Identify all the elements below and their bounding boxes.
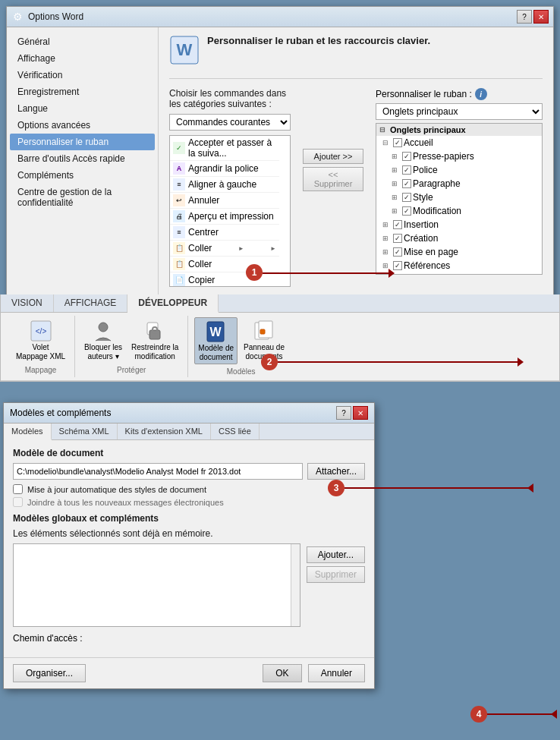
sidebar-item-affichage[interactable]: Affichage	[10, 50, 155, 67]
sidebar-item-complements[interactable]: Compléments	[10, 167, 155, 184]
toolbar-group-modeles: W Modèle dedocument Panneau de	[188, 316, 294, 377]
step-4-arrowhead	[551, 710, 557, 719]
checkbox-insertion[interactable]: ✓	[393, 220, 402, 229]
tree-item-paragraphe[interactable]: ⊞ ✓ Paragraphe	[376, 177, 542, 191]
tab-bar: VISION AFFICHAGE DÉVELOPPEUR	[1, 294, 559, 313]
ribbon-dropdown[interactable]: Onglets principaux	[376, 103, 543, 120]
right-panel: Personnaliser le ruban : i Onglets princ…	[376, 88, 543, 275]
dialog-ok-btn[interactable]: OK	[263, 664, 301, 682]
dialog-tab-modeles[interactable]: Modèles	[4, 424, 52, 440]
sidebar-item-general[interactable]: Général	[10, 33, 155, 50]
title-buttons: ? ✕	[517, 10, 549, 24]
checkbox-style[interactable]: ✓	[402, 193, 411, 202]
organiser-btn[interactable]: Organiser...	[13, 664, 86, 682]
attach-button[interactable]: Attacher...	[307, 463, 365, 480]
tree-item-creation[interactable]: ⊞ ✓ Création	[376, 231, 542, 245]
tree-item-police[interactable]: ⊞ ✓ Police	[376, 163, 542, 177]
dialog-tab-schema[interactable]: Schéma XML	[52, 424, 118, 439]
sidebar-item-barre-outils[interactable]: Barre d'outils Accès rapide	[10, 150, 155, 167]
dialog-tab-kits[interactable]: Kits d'extension XML	[118, 424, 211, 439]
list-item[interactable]: ≡ Aligner à gauche	[170, 177, 279, 193]
dialog-close-btn[interactable]: ✕	[353, 406, 368, 420]
title-bar-left: ⚙ Options Word	[11, 11, 83, 23]
checkbox-accueil[interactable]: ✓	[393, 138, 402, 147]
checkbox-paragraphe[interactable]: ✓	[402, 179, 411, 188]
svg-rect-12	[260, 329, 265, 334]
tree-item-modification[interactable]: ⊞ ✓ Modification	[376, 204, 542, 218]
modele-document-btn[interactable]: W Modèle dedocument	[194, 317, 238, 364]
sidebar-item-verification[interactable]: Vérification	[10, 67, 155, 83]
dialog-cancel-btn[interactable]: Annuler	[308, 664, 365, 682]
proteger-group-label: Protéger	[117, 366, 146, 374]
checkbox-presse-papiers[interactable]: ✓	[402, 152, 411, 161]
join-messages-checkbox[interactable]	[13, 497, 23, 507]
checkbox-modification[interactable]: ✓	[402, 206, 411, 216]
proteger-buttons: Bloquer lesauteurs ▾ Restreindre lamodif…	[81, 317, 181, 363]
sidebar-item-langue[interactable]: Langue	[10, 100, 155, 117]
sidebar-item-personnaliser-ruban[interactable]: Personnaliser le ruban	[10, 134, 155, 150]
tree-item-presse-papiers[interactable]: ⊞ ✓ Presse-papiers	[376, 150, 542, 163]
sidebar-item-enregistrement[interactable]: Enregistrement	[10, 83, 155, 100]
add-button[interactable]: Ajouter >>	[303, 149, 363, 164]
tab-developpeur[interactable]: DÉVELOPPEUR	[127, 294, 219, 313]
list-item[interactable]: ≡ Centrer	[170, 225, 279, 241]
tree-item-insertion[interactable]: ⊞ ✓ Insertion	[376, 218, 542, 231]
tree-item-accueil[interactable]: ⊟ ✓ Accueil	[376, 136, 542, 150]
step-2-badge: 2	[261, 354, 278, 370]
global-section: Modèles globaux et compléments Les éléme…	[13, 513, 365, 627]
bloquer-auteurs-btn[interactable]: Bloquer lesauteurs ▾	[81, 317, 125, 363]
volet-mappage-btn[interactable]: </> VoletMappage XML	[13, 317, 68, 363]
help-button[interactable]: ?	[517, 10, 532, 24]
content-header-text: Personnaliser le ruban et les raccourcis…	[207, 35, 430, 46]
ribbon-panel-label: Personnaliser le ruban : i	[376, 88, 543, 100]
tree-item-references[interactable]: ⊞ ✓ Références	[376, 259, 542, 272]
global-add-btn[interactable]: Ajouter...	[307, 546, 365, 563]
step-1-arrow	[263, 272, 392, 274]
cmd-icon: 📋	[173, 242, 185, 254]
list-item[interactable]: 📋 Coller	[170, 257, 279, 272]
restreindre-icon	[143, 319, 167, 343]
cmd-icon: ↩	[173, 194, 185, 206]
dialog-body: Modèle de document Attacher... Mise à jo…	[4, 440, 374, 651]
volet-mappage-icon: </>	[29, 319, 53, 343]
auto-update-checkbox[interactable]	[13, 484, 23, 494]
dialog-tab-css[interactable]: CSS liée	[211, 424, 260, 439]
list-item[interactable]: 📄 Copier	[170, 272, 279, 286]
sidebar-item-options-avancees[interactable]: Options avancées	[10, 117, 155, 134]
tab-affichage[interactable]: AFFICHAGE	[54, 294, 128, 312]
list-item[interactable]: A Agrandir la police	[170, 161, 279, 177]
content-header: W Personnaliser le ruban et les raccourc…	[169, 35, 543, 79]
restreindre-btn[interactable]: Restreindre lamodification	[128, 317, 181, 363]
tree-root: ⊟ Onglets principaux	[376, 124, 542, 136]
list-item[interactable]: ✓ Accepter et passer à la suiva...	[170, 136, 279, 161]
list-item[interactable]: 📋 Coller ►	[170, 241, 279, 257]
remove-button[interactable]: << Supprimer	[303, 167, 363, 191]
checkbox-creation[interactable]: ✓	[393, 234, 402, 243]
step-4-arrow	[487, 713, 554, 715]
close-button[interactable]: ✕	[533, 10, 549, 24]
list-item[interactable]: ↩ Annuler	[170, 193, 279, 209]
sidebar-item-confidentialite[interactable]: Centre de gestion de la confidentialité	[10, 184, 155, 211]
tree-item-mise-en-page[interactable]: ⊞ ✓ Mise en page	[376, 245, 542, 259]
cmd-icon: 📄	[173, 274, 185, 286]
svg-text:W: W	[209, 326, 222, 339]
checkbox-police[interactable]: ✓	[402, 165, 411, 175]
cmd-icon: ≡	[173, 178, 185, 191]
tab-vision[interactable]: VISION	[1, 294, 54, 312]
tree-item-publipostage[interactable]: ⊞ ✓ Publipostage	[376, 272, 542, 275]
header-icon: W	[169, 35, 200, 72]
global-remove-btn[interactable]: Supprimer	[307, 566, 365, 583]
model-path-input[interactable]	[13, 463, 303, 480]
list-item[interactable]: 🖨 Aperçu et impression	[170, 209, 279, 225]
global-desc: Les éléments sélectionnés sont déjà en m…	[13, 528, 365, 539]
dialog-help-btn[interactable]: ?	[336, 406, 351, 420]
categories-dropdown[interactable]: Commandes courantes	[169, 114, 291, 131]
dev-toolbar: VISION AFFICHAGE DÉVELOPPEUR </> VoletMa…	[0, 294, 560, 382]
ribbon-tree: ⊟ Onglets principaux ⊟ ✓ Accueil ⊞ ✓	[376, 123, 543, 275]
checkbox-mise-en-page[interactable]: ✓	[393, 247, 402, 257]
toolbar-group-proteger: Bloquer lesauteurs ▾ Restreindre lamodif…	[75, 316, 188, 377]
global-list-area: Ajouter... Supprimer	[13, 543, 365, 627]
step-4-badge: 4	[470, 706, 487, 723]
tree-item-style[interactable]: ⊞ ✓ Style	[376, 191, 542, 204]
join-messages-label: Joindre à tous les nouveaux messages éle…	[27, 498, 224, 507]
